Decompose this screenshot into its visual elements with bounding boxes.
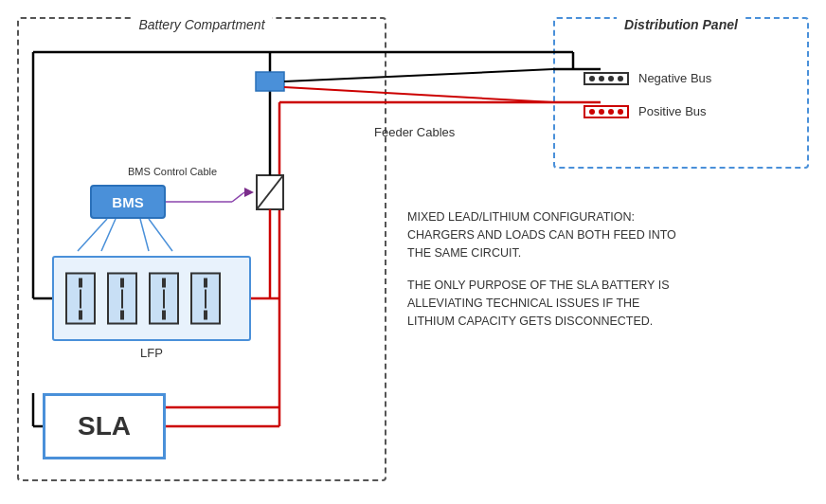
neg-terminal-1: [589, 76, 595, 81]
cell-1: [65, 273, 96, 325]
negative-bus-bar: [584, 72, 629, 85]
bms-box: BMS: [90, 185, 166, 219]
negative-bus-row: Negative Bus: [584, 71, 711, 85]
cell-terminal-top-4: [204, 278, 207, 287]
cell-terminal-bot-1: [79, 310, 82, 319]
pos-terminal-1: [589, 109, 595, 115]
negative-bus-label: Negative Bus: [638, 71, 711, 85]
cell-2: [107, 273, 137, 325]
sla-box: SLA: [43, 393, 166, 459]
positive-bus-bar: [584, 105, 629, 118]
cell-terminal-bot-3: [162, 310, 166, 319]
sla-label: SLA: [78, 411, 131, 441]
bms-cable-label: BMS Control Cable: [128, 166, 217, 177]
cell-4: [190, 273, 221, 325]
cell-terminal-top-2: [120, 278, 124, 287]
lfp-pack: LFP: [52, 256, 251, 341]
bms-label: BMS: [112, 194, 143, 210]
diagram-container: Battery Compartment Distribution Panel N…: [0, 0, 826, 504]
lfp-label: LFP: [140, 346, 163, 360]
description-text: MIXED LEAD/LITHIUM CONFIGURATION: CHARGE…: [407, 208, 682, 331]
battery-compartment-label: Battery Compartment: [131, 17, 272, 32]
pos-terminal-4: [618, 109, 623, 115]
description-paragraph-1: MIXED LEAD/LITHIUM CONFIGURATION: CHARGE…: [407, 208, 682, 261]
description-paragraph-2: THE ONLY PURPOSE OF THE SLA BATTERY IS A…: [407, 277, 682, 330]
pos-terminal-3: [608, 109, 614, 115]
cell-terminal-bot-4: [204, 310, 207, 319]
cell-terminal-top-1: [79, 278, 82, 287]
cell-terminal-bot-2: [120, 310, 124, 319]
feeder-cables-label: Feeder Cables: [374, 125, 455, 139]
neg-terminal-3: [608, 76, 614, 81]
pos-terminal-2: [599, 109, 604, 115]
neg-terminal-2: [599, 76, 604, 81]
distribution-panel: Distribution Panel Negative Bus: [553, 17, 809, 169]
cell-3: [149, 273, 179, 325]
positive-bus-row: Positive Bus: [584, 104, 707, 118]
positive-bus-label: Positive Bus: [638, 104, 707, 118]
cell-terminal-top-3: [162, 278, 166, 287]
neg-terminal-4: [618, 76, 623, 81]
distribution-panel-label: Distribution Panel: [617, 17, 745, 32]
